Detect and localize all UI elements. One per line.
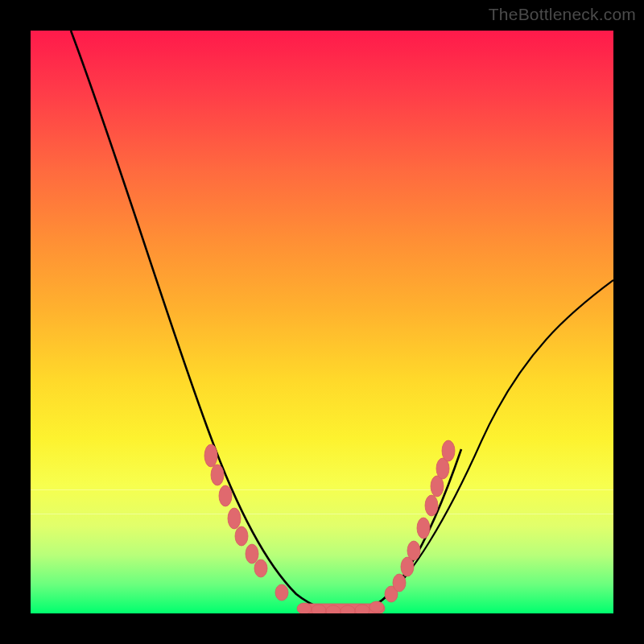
svg-point-20	[425, 495, 438, 516]
curves-layer	[31, 31, 613, 613]
svg-point-1	[211, 464, 224, 485]
svg-point-10	[312, 605, 326, 613]
svg-point-0	[204, 444, 217, 467]
svg-point-6	[254, 559, 267, 577]
svg-point-14	[369, 601, 384, 613]
svg-point-4	[235, 526, 248, 546]
svg-point-3	[228, 508, 241, 529]
curve-main	[71, 31, 461, 612]
svg-point-16	[393, 574, 406, 592]
svg-point-19	[417, 518, 430, 539]
svg-point-9	[297, 603, 312, 613]
markers-right	[385, 440, 455, 602]
markers-left	[204, 444, 288, 601]
watermark-text: TheBottleneck.com	[489, 5, 636, 24]
chart-frame: TheBottleneck.com	[0, 0, 644, 644]
svg-point-5	[246, 544, 258, 564]
svg-point-23	[442, 440, 455, 461]
svg-point-7	[275, 584, 288, 601]
svg-point-18	[407, 541, 420, 560]
svg-point-13	[355, 605, 369, 613]
svg-point-2	[219, 485, 232, 506]
plot-area	[31, 31, 613, 613]
